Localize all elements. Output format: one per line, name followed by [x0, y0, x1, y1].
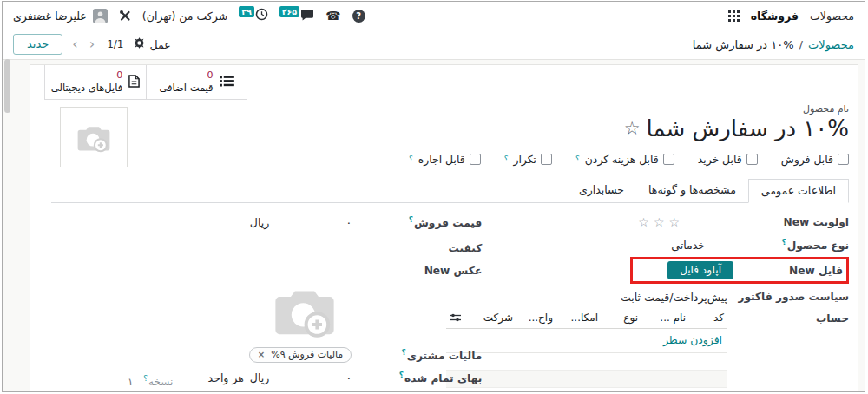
- tag-remove-icon[interactable]: ×: [258, 350, 265, 359]
- tab-accounting[interactable]: حسابداری: [567, 179, 636, 202]
- digital-files-label: فایل‌های دیجیتالی: [51, 82, 122, 94]
- product-name-title[interactable]: ۱۰% در سفارش شما: [647, 116, 849, 142]
- column-possible[interactable]: امکا...: [553, 312, 598, 324]
- field-account: حساب کد نام ... نوع امکا... واح... شرکت: [482, 309, 849, 391]
- user-menu[interactable]: علیرضا غضنفری: [13, 9, 108, 23]
- control-panel-buttons: جدید ‹ › 1/1 عمل: [13, 34, 178, 55]
- company-switcher[interactable]: شرکت من (تهران): [142, 10, 227, 23]
- vertical-scrollbar[interactable]: [4, 59, 10, 113]
- clock-icon: [255, 8, 268, 23]
- invoice-policy-label: سیاست صدور فاکتور: [727, 291, 849, 303]
- checkbox-recurring[interactable]: تکرار ؟: [504, 153, 552, 166]
- empty-table-row: [446, 371, 727, 388]
- apps-menu-icon[interactable]: [728, 10, 740, 22]
- product-flags: قابل فروش قابل خرید قابل هزینه کردن ؟: [138, 153, 849, 166]
- debug-tools-icon[interactable]: [119, 10, 131, 22]
- help-marker: ؟: [781, 238, 786, 246]
- chat-icon: [300, 9, 314, 23]
- extra-prices-label: قیمت اضافی: [159, 82, 213, 94]
- breadcrumb-separator: /: [799, 38, 803, 51]
- field-product-type: نوع محصول؟ خدماتی: [482, 234, 849, 255]
- breadcrumb-parent[interactable]: محصولات: [808, 38, 854, 51]
- tax-tag-label: مالیات فروش ۹%: [271, 349, 343, 360]
- checkbox-box[interactable]: [541, 154, 552, 165]
- tab-attributes-variants[interactable]: مشخصه‌ها و گونه‌ها: [636, 179, 748, 202]
- sales-price-input[interactable]: ۰: [269, 216, 352, 229]
- help-marker: ؟: [409, 154, 413, 163]
- priority-stars[interactable]: ☆☆☆: [638, 215, 727, 229]
- new-button[interactable]: جدید: [13, 34, 62, 55]
- checkbox-can-be-purchased[interactable]: قابل خرید: [698, 153, 758, 166]
- account-table: کد نام ... نوع امکا... واح... شرکت: [446, 311, 727, 391]
- help-marker: ؟: [143, 374, 148, 383]
- checkbox-box[interactable]: [470, 154, 481, 165]
- menu-products[interactable]: محصولات: [810, 10, 854, 23]
- checkbox-can-be-rented[interactable]: قابل اجاره ؟: [409, 153, 481, 166]
- product-image-upload[interactable]: [60, 107, 128, 167]
- upload-file-button[interactable]: آپلود فایل: [667, 261, 733, 279]
- field-image: عکس New: [51, 260, 482, 281]
- control-panel: جدید ‹ › 1/1 عمل محصولات / ۱۰% در سفارش …: [3, 30, 865, 60]
- help-marker: ؟: [409, 215, 413, 224]
- per-unit-label: هر واحد: [208, 371, 244, 384]
- favorite-star-icon[interactable]: ☆: [624, 120, 641, 138]
- version-field: نسخه؟ ۱: [128, 374, 173, 388]
- list-icon: [220, 76, 234, 89]
- action-menu-label: عمل: [149, 38, 170, 51]
- checkbox-box[interactable]: [746, 154, 758, 165]
- extra-image-upload[interactable]: [51, 283, 339, 341]
- help-marker: ؟: [504, 154, 509, 163]
- messages-badge: ۲۶۵: [279, 6, 299, 17]
- action-menu[interactable]: عمل: [134, 37, 170, 51]
- digital-files-button[interactable]: 0 فایل‌های دیجیتالی: [45, 65, 146, 99]
- checkbox-box[interactable]: [838, 154, 849, 165]
- product-type-value[interactable]: خدماتی: [671, 239, 727, 252]
- invoice-policy-value[interactable]: پیش‌پرداخت/قیمت ثابت: [621, 291, 727, 304]
- messages-menu[interactable]: ۲۶۵: [279, 9, 314, 23]
- column-unit[interactable]: واح...: [513, 312, 553, 324]
- help-marker: ؟: [575, 154, 580, 163]
- account-label: حساب: [727, 309, 849, 325]
- field-invoice-policy: سیاست صدور فاکتور پیش‌پرداخت/قیمت ثابت: [482, 286, 849, 307]
- checkbox-can-be-expensed[interactable]: قابل هزینه کردن ؟: [575, 153, 674, 166]
- button-box: 0 قیمت اضافی 0 فایل‌های دیجیتالی: [44, 65, 247, 100]
- image-label: عکس New: [352, 265, 482, 277]
- voip-phone-icon[interactable]: ☎: [326, 10, 340, 22]
- pager-next-icon[interactable]: ›: [88, 37, 96, 51]
- field-cost: بهای تمام شده؟ ۰ ریال هر واحد: [51, 367, 482, 388]
- cost-label: بهای تمام شده؟: [352, 371, 482, 384]
- extra-prices-button[interactable]: 0 قیمت اضافی: [146, 65, 247, 99]
- column-type[interactable]: نوع: [598, 312, 638, 324]
- activities-menu[interactable]: ۴۹: [239, 8, 268, 23]
- document-icon: [128, 75, 140, 90]
- content-area: 0 قیمت اضافی 0 فایل‌های دیجیتالی: [3, 60, 865, 391]
- column-name[interactable]: نام ...: [638, 312, 686, 324]
- product-name-label: نام محصول: [138, 103, 849, 115]
- column-code[interactable]: کد: [686, 312, 724, 324]
- field-priority: اولویت New ☆☆☆: [482, 212, 849, 233]
- tab-general-information[interactable]: اطلاعات عمومی: [748, 179, 849, 203]
- camera-icon: [271, 283, 339, 338]
- checkbox-box[interactable]: [663, 154, 674, 165]
- tax-tag[interactable]: مالیات فروش ۹% ×: [249, 347, 352, 363]
- sales-price-label: قیمت فروش؟: [352, 215, 482, 229]
- field-product-category: دسته‌بندی محصول همه: [51, 390, 482, 391]
- breadcrumb: محصولات / ۱۰% در سفارش شما: [693, 38, 854, 51]
- app-name[interactable]: فروشگاه: [751, 10, 799, 23]
- cost-input[interactable]: ۰: [269, 371, 352, 384]
- version-label: نسخه: [148, 376, 173, 388]
- avatar: [93, 9, 108, 23]
- pager-previous-icon[interactable]: ‹: [70, 37, 79, 51]
- button-box-row: 0 قیمت اضافی 0 فایل‌های دیجیتالی: [30, 65, 858, 100]
- help-icon[interactable]: ?: [352, 10, 365, 23]
- add-line-link[interactable]: افزودن سطر: [663, 333, 722, 346]
- form-sheet: 0 قیمت اضافی 0 فایل‌های دیجیتالی: [30, 64, 858, 391]
- version-value: ۱: [128, 376, 133, 388]
- activities-badge: ۴۹: [239, 6, 254, 17]
- top-navbar: علیرضا غضنفری شرکت من (تهران) ۴۹ ۲۶۵: [3, 2, 865, 30]
- empty-table-row: [446, 388, 727, 391]
- add-line-row: افزودن سطر: [446, 329, 727, 353]
- account-table-header: کد نام ... نوع امکا... واح... شرکت: [446, 311, 727, 329]
- field-quality: کیفیت: [51, 238, 482, 259]
- checkbox-can-be-sold[interactable]: قابل فروش: [781, 153, 849, 166]
